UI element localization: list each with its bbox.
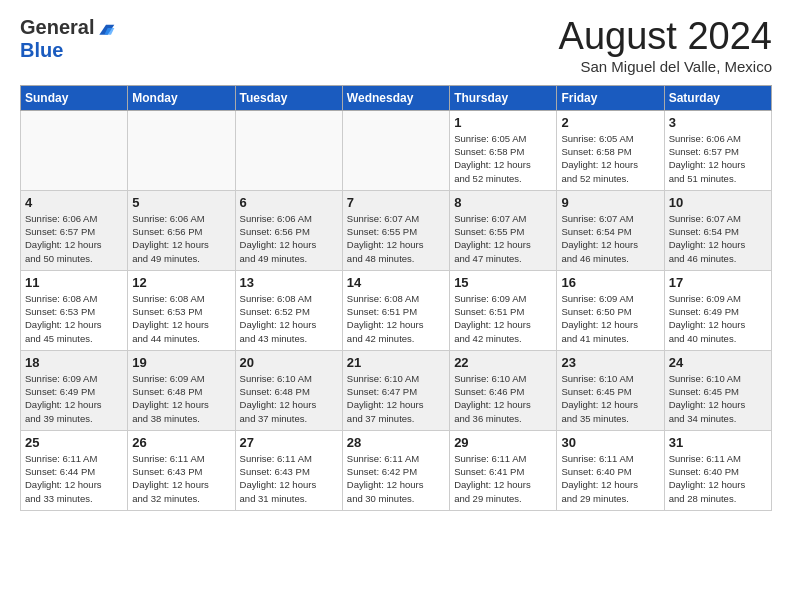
calendar-row: 11Sunrise: 6:08 AM Sunset: 6:53 PM Dayli… [21, 270, 772, 350]
col-saturday: Saturday [664, 85, 771, 110]
day-info: Sunrise: 6:10 AM Sunset: 6:46 PM Dayligh… [454, 372, 552, 425]
day-info: Sunrise: 6:08 AM Sunset: 6:52 PM Dayligh… [240, 292, 338, 345]
col-sunday: Sunday [21, 85, 128, 110]
day-number: 22 [454, 355, 552, 370]
day-info: Sunrise: 6:07 AM Sunset: 6:55 PM Dayligh… [347, 212, 445, 265]
day-number: 9 [561, 195, 659, 210]
day-number: 18 [25, 355, 123, 370]
day-number: 29 [454, 435, 552, 450]
table-row [128, 110, 235, 190]
day-number: 20 [240, 355, 338, 370]
day-info: Sunrise: 6:10 AM Sunset: 6:48 PM Dayligh… [240, 372, 338, 425]
calendar-row: 4Sunrise: 6:06 AM Sunset: 6:57 PM Daylig… [21, 190, 772, 270]
table-row: 11Sunrise: 6:08 AM Sunset: 6:53 PM Dayli… [21, 270, 128, 350]
col-thursday: Thursday [450, 85, 557, 110]
calendar-row: 18Sunrise: 6:09 AM Sunset: 6:49 PM Dayli… [21, 350, 772, 430]
day-info: Sunrise: 6:10 AM Sunset: 6:45 PM Dayligh… [669, 372, 767, 425]
day-info: Sunrise: 6:07 AM Sunset: 6:54 PM Dayligh… [561, 212, 659, 265]
day-info: Sunrise: 6:06 AM Sunset: 6:56 PM Dayligh… [132, 212, 230, 265]
day-info: Sunrise: 6:09 AM Sunset: 6:49 PM Dayligh… [669, 292, 767, 345]
day-info: Sunrise: 6:11 AM Sunset: 6:44 PM Dayligh… [25, 452, 123, 505]
col-tuesday: Tuesday [235, 85, 342, 110]
day-info: Sunrise: 6:08 AM Sunset: 6:51 PM Dayligh… [347, 292, 445, 345]
day-number: 31 [669, 435, 767, 450]
logo-blue: Blue [20, 39, 63, 62]
day-info: Sunrise: 6:09 AM Sunset: 6:51 PM Dayligh… [454, 292, 552, 345]
table-row: 21Sunrise: 6:10 AM Sunset: 6:47 PM Dayli… [342, 350, 449, 430]
table-row: 8Sunrise: 6:07 AM Sunset: 6:55 PM Daylig… [450, 190, 557, 270]
table-row: 3Sunrise: 6:06 AM Sunset: 6:57 PM Daylig… [664, 110, 771, 190]
day-number: 14 [347, 275, 445, 290]
table-row [21, 110, 128, 190]
day-number: 7 [347, 195, 445, 210]
day-number: 12 [132, 275, 230, 290]
day-number: 11 [25, 275, 123, 290]
day-info: Sunrise: 6:05 AM Sunset: 6:58 PM Dayligh… [561, 132, 659, 185]
table-row [235, 110, 342, 190]
day-info: Sunrise: 6:06 AM Sunset: 6:56 PM Dayligh… [240, 212, 338, 265]
table-row: 31Sunrise: 6:11 AM Sunset: 6:40 PM Dayli… [664, 430, 771, 510]
day-number: 2 [561, 115, 659, 130]
day-info: Sunrise: 6:05 AM Sunset: 6:58 PM Dayligh… [454, 132, 552, 185]
day-number: 6 [240, 195, 338, 210]
day-number: 27 [240, 435, 338, 450]
table-row: 23Sunrise: 6:10 AM Sunset: 6:45 PM Dayli… [557, 350, 664, 430]
logo-general: General [20, 16, 94, 39]
day-number: 24 [669, 355, 767, 370]
table-row: 7Sunrise: 6:07 AM Sunset: 6:55 PM Daylig… [342, 190, 449, 270]
table-row: 16Sunrise: 6:09 AM Sunset: 6:50 PM Dayli… [557, 270, 664, 350]
table-row: 29Sunrise: 6:11 AM Sunset: 6:41 PM Dayli… [450, 430, 557, 510]
table-row: 30Sunrise: 6:11 AM Sunset: 6:40 PM Dayli… [557, 430, 664, 510]
table-row: 4Sunrise: 6:06 AM Sunset: 6:57 PM Daylig… [21, 190, 128, 270]
day-number: 10 [669, 195, 767, 210]
day-info: Sunrise: 6:11 AM Sunset: 6:43 PM Dayligh… [132, 452, 230, 505]
day-number: 1 [454, 115, 552, 130]
day-info: Sunrise: 6:09 AM Sunset: 6:49 PM Dayligh… [25, 372, 123, 425]
col-wednesday: Wednesday [342, 85, 449, 110]
day-number: 25 [25, 435, 123, 450]
day-number: 23 [561, 355, 659, 370]
day-number: 3 [669, 115, 767, 130]
table-row: 2Sunrise: 6:05 AM Sunset: 6:58 PM Daylig… [557, 110, 664, 190]
day-number: 28 [347, 435, 445, 450]
table-row: 26Sunrise: 6:11 AM Sunset: 6:43 PM Dayli… [128, 430, 235, 510]
location: San Miguel del Valle, Mexico [559, 58, 772, 75]
calendar-row: 1Sunrise: 6:05 AM Sunset: 6:58 PM Daylig… [21, 110, 772, 190]
day-number: 30 [561, 435, 659, 450]
table-row: 27Sunrise: 6:11 AM Sunset: 6:43 PM Dayli… [235, 430, 342, 510]
table-row: 28Sunrise: 6:11 AM Sunset: 6:42 PM Dayli… [342, 430, 449, 510]
table-row: 5Sunrise: 6:06 AM Sunset: 6:56 PM Daylig… [128, 190, 235, 270]
day-number: 8 [454, 195, 552, 210]
table-row: 19Sunrise: 6:09 AM Sunset: 6:48 PM Dayli… [128, 350, 235, 430]
header: General Blue August 2024 San Miguel del … [20, 16, 772, 75]
table-row: 22Sunrise: 6:10 AM Sunset: 6:46 PM Dayli… [450, 350, 557, 430]
day-number: 13 [240, 275, 338, 290]
day-number: 5 [132, 195, 230, 210]
logo: General Blue [20, 16, 116, 62]
day-number: 19 [132, 355, 230, 370]
table-row: 18Sunrise: 6:09 AM Sunset: 6:49 PM Dayli… [21, 350, 128, 430]
day-info: Sunrise: 6:10 AM Sunset: 6:45 PM Dayligh… [561, 372, 659, 425]
table-row: 12Sunrise: 6:08 AM Sunset: 6:53 PM Dayli… [128, 270, 235, 350]
logo-icon [96, 18, 116, 38]
table-row: 6Sunrise: 6:06 AM Sunset: 6:56 PM Daylig… [235, 190, 342, 270]
table-row: 9Sunrise: 6:07 AM Sunset: 6:54 PM Daylig… [557, 190, 664, 270]
day-number: 21 [347, 355, 445, 370]
table-row: 13Sunrise: 6:08 AM Sunset: 6:52 PM Dayli… [235, 270, 342, 350]
table-row [342, 110, 449, 190]
calendar-table: Sunday Monday Tuesday Wednesday Thursday… [20, 85, 772, 511]
day-info: Sunrise: 6:06 AM Sunset: 6:57 PM Dayligh… [25, 212, 123, 265]
day-number: 4 [25, 195, 123, 210]
day-number: 17 [669, 275, 767, 290]
header-row: Sunday Monday Tuesday Wednesday Thursday… [21, 85, 772, 110]
day-info: Sunrise: 6:07 AM Sunset: 6:54 PM Dayligh… [669, 212, 767, 265]
day-info: Sunrise: 6:11 AM Sunset: 6:40 PM Dayligh… [669, 452, 767, 505]
day-info: Sunrise: 6:06 AM Sunset: 6:57 PM Dayligh… [669, 132, 767, 185]
day-info: Sunrise: 6:10 AM Sunset: 6:47 PM Dayligh… [347, 372, 445, 425]
table-row: 25Sunrise: 6:11 AM Sunset: 6:44 PM Dayli… [21, 430, 128, 510]
table-row: 15Sunrise: 6:09 AM Sunset: 6:51 PM Dayli… [450, 270, 557, 350]
table-row: 14Sunrise: 6:08 AM Sunset: 6:51 PM Dayli… [342, 270, 449, 350]
day-info: Sunrise: 6:11 AM Sunset: 6:40 PM Dayligh… [561, 452, 659, 505]
day-number: 16 [561, 275, 659, 290]
calendar-page: General Blue August 2024 San Miguel del … [0, 0, 792, 523]
